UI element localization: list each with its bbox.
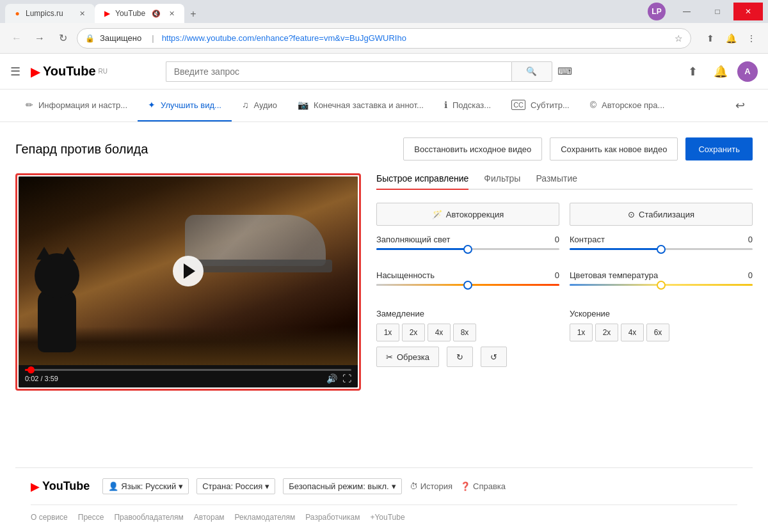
music-icon: ♫ [242, 100, 249, 110]
bookmark-icon[interactable]: ☆ [675, 33, 683, 43]
panel-tab-blur[interactable]: Размытие [536, 173, 577, 190]
slowdown-8x[interactable]: 8x [453, 324, 476, 341]
upload-video-icon[interactable]: ⬆ [681, 60, 704, 83]
saturation-slider[interactable] [376, 284, 559, 286]
speedup-2x[interactable]: 2x [595, 324, 618, 341]
tab-label-lumpics: Lumpics.ru [26, 9, 63, 18]
new-tab-button[interactable]: + [184, 5, 202, 23]
tab-copyright[interactable]: © Авторское пра... [580, 90, 675, 121]
restore-video-button[interactable]: Восстановить исходное видео [403, 137, 542, 160]
advertisers-link[interactable]: Рекламодателям [235, 513, 296, 522]
trim-icon: ✂ [386, 352, 393, 362]
about-link[interactable]: О сервисе [31, 513, 68, 522]
copyright-holders-link[interactable]: Правообладателям [114, 513, 183, 522]
trim-button[interactable]: ✂ Обрезка [376, 347, 439, 367]
tab-cards[interactable]: ℹ Подсказ... [434, 90, 501, 121]
search-button[interactable]: 🔍 [511, 61, 552, 82]
minimize-button[interactable]: — [672, 3, 701, 20]
separator: | [152, 33, 154, 43]
info-icon: ℹ [444, 100, 447, 110]
panel-tab-filters[interactable]: Фильтры [484, 173, 520, 190]
upload-icon[interactable]: ⬆ [701, 29, 719, 47]
save-button[interactable]: Сохранить [685, 137, 753, 160]
editor-panel: Быстрое исправление Фильтры Размытие 🪄 А… [376, 173, 753, 455]
wand-icon: 🪄 [432, 210, 442, 219]
video-controls: 0:02 / 3:59 🔊 ⛶ [19, 365, 358, 387]
fill-light-slider[interactable] [376, 248, 559, 250]
speedup-4x[interactable]: 4x [621, 324, 644, 341]
hamburger-menu-icon[interactable]: ☰ [10, 65, 20, 79]
language-dropdown[interactable]: 👤 Язык: Русский ▾ [102, 478, 189, 494]
back-arrow-button[interactable]: ↩ [728, 93, 753, 118]
volume-icon[interactable]: 🔊 [326, 373, 337, 384]
pencil-icon: ✏ [26, 100, 33, 110]
footer-bottom-links: О сервисе Прессе Правообладателям Автора… [31, 505, 737, 522]
rotate-cw-button[interactable]: ↻ [447, 347, 473, 367]
press-link[interactable]: Прессе [78, 513, 104, 522]
keyboard-icon[interactable]: ⌨ [555, 61, 575, 82]
panel-tabs: Быстрое исправление Фильтры Размытие [376, 173, 753, 190]
speedup-label: Ускорение [570, 309, 753, 318]
mute-icon: 🔇 [152, 10, 161, 18]
reload-button[interactable]: ↻ [54, 29, 72, 47]
notifications-icon[interactable]: 🔔 [709, 60, 732, 83]
maximize-button[interactable]: □ [703, 3, 732, 20]
slowdown-2x[interactable]: 2x [402, 324, 425, 341]
authors-link[interactable]: Авторам [194, 513, 225, 522]
help-link[interactable]: ❓ Справка [460, 481, 506, 491]
fullscreen-icon[interactable]: ⛶ [342, 373, 351, 384]
back-button[interactable]: ← [8, 29, 26, 47]
contrast-slider[interactable] [570, 248, 753, 250]
panel-tab-quick-fix[interactable]: Быстрое исправление [376, 173, 468, 190]
stabilize-button[interactable]: ⊙ Стабилизация [570, 203, 753, 226]
youtube-logo[interactable]: ▶ YouTubeRU [31, 64, 108, 79]
footer-links: 👤 Язык: Русский ▾ Страна: Россия ▾ Безоп… [102, 478, 506, 494]
video-outline: 0:02 / 3:59 🔊 ⛶ [15, 173, 361, 391]
footer-logo[interactable]: ▶ YouTube [31, 480, 90, 494]
more-options-icon[interactable]: ⋮ [742, 29, 760, 47]
tab-subtitles[interactable]: CC Субтитр... [501, 90, 580, 121]
plus-youtube-link[interactable]: +YouTube [370, 513, 404, 522]
url-text: https://www.youtube.com/enhance?feature=… [162, 33, 669, 43]
play-button[interactable] [173, 256, 204, 286]
search-input[interactable] [166, 61, 511, 82]
slowdown-1x[interactable]: 1x [376, 324, 399, 341]
address-bar[interactable]: 🔒 Защищено | https://www.youtube.com/enh… [77, 28, 691, 49]
speedup-6x[interactable]: 6x [646, 324, 669, 341]
browser-user-avatar: LP [648, 3, 666, 20]
notification-bell-icon[interactable]: 🔔 [722, 29, 740, 47]
developers-link[interactable]: Разработчикам [305, 513, 360, 522]
slowdown-buttons: 1x 2x 4x 8x [376, 324, 559, 341]
slowdown-4x[interactable]: 4x [428, 324, 451, 341]
fill-light-value: 0 [555, 235, 559, 244]
footer-yt-icon: ▶ [31, 480, 40, 494]
tab-enhance[interactable]: ✦ Улучшить вид... [138, 90, 232, 121]
safe-mode-dropdown[interactable]: Безопасный режим: выкл. ▾ [283, 478, 401, 494]
forward-button[interactable]: → [31, 29, 49, 47]
autocorrect-button[interactable]: 🪄 Автокоррекция [376, 203, 559, 226]
video-progress-bar[interactable] [25, 369, 351, 371]
video-player: 0:02 / 3:59 🔊 ⛶ [19, 176, 358, 387]
tab-audio[interactable]: ♫ Аудио [232, 90, 287, 121]
close-button[interactable]: ✕ [733, 3, 763, 20]
browser-tab-youtube[interactable]: ▶ YouTube 🔇 ✕ [95, 4, 184, 23]
speedup-1x[interactable]: 1x [570, 324, 593, 341]
yt-footer: ▶ YouTube 👤 Язык: Русский ▾ Страна: Росс… [15, 467, 753, 532]
stabilize-icon: ⊙ [628, 210, 635, 219]
close-tab-youtube[interactable]: ✕ [166, 8, 177, 19]
tab-info[interactable]: ✏ Информация и настр... [15, 90, 138, 121]
user-avatar[interactable]: A [737, 61, 758, 82]
country-dropdown[interactable]: Страна: Россия ▾ [196, 478, 275, 494]
history-link[interactable]: ⏱ История [410, 481, 452, 491]
browser-tab-lumpics[interactable]: ● Lumpics.ru ✕ [5, 4, 95, 23]
person-icon: 👤 [108, 481, 118, 491]
color-temp-slider[interactable] [570, 284, 753, 286]
video-progress-fill [25, 369, 31, 371]
rotate-ccw-button[interactable]: ↺ [481, 347, 507, 367]
dropdown-chevron-icon: ▾ [179, 481, 183, 491]
tab-endscreen[interactable]: 📷 Конечная заставка и аннот... [287, 90, 434, 121]
endscreen-icon: 📷 [298, 100, 308, 110]
safe-mode-chevron-icon: ▾ [392, 481, 396, 491]
save-new-video-button[interactable]: Сохранить как новое видео [550, 137, 678, 160]
close-tab-lumpics[interactable]: ✕ [77, 8, 87, 19]
